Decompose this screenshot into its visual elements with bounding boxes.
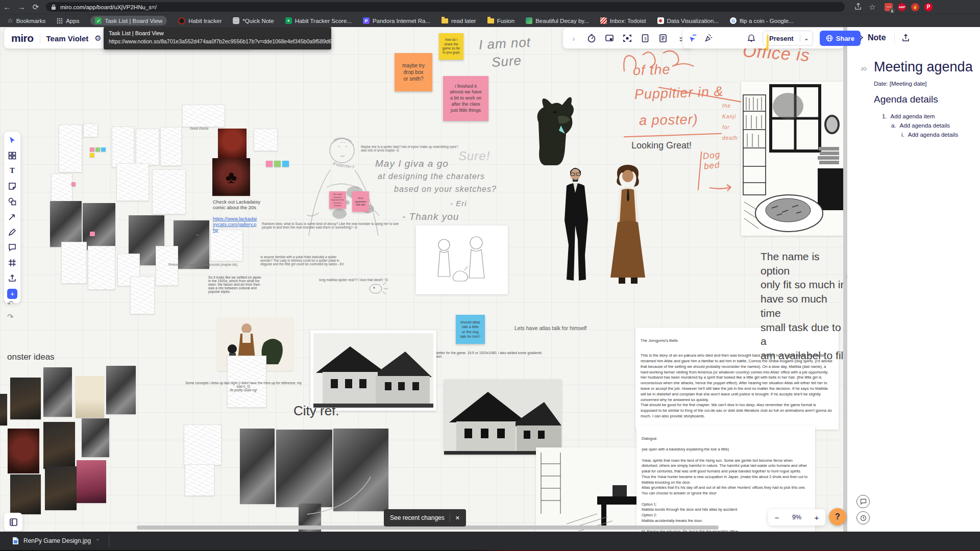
sketch-thumbnail[interactable] [254,129,278,151]
arrow-doodle[interactable]: ← [195,231,201,237]
notes-icon[interactable] [658,34,668,43]
orange-puppitier[interactable]: Puppitier in & [634,84,724,103]
sketch-thumbnail[interactable] [185,464,214,496]
pinterest-extension-icon[interactable]: P [924,3,933,11]
handwriting-eri[interactable]: - Eri [450,199,467,208]
reference-photo[interactable] [83,203,115,250]
tiny-sticky[interactable] [90,153,94,157]
sketch-thumbnail[interactable] [112,127,134,167]
select-tool-icon[interactable] [8,136,17,145]
bookmark-read-later[interactable]: read later [442,18,476,24]
agenda-item-1[interactable]: 1.Add agenda item [882,113,935,119]
toast-text[interactable]: See recent changes [390,514,445,521]
tiny-sticky[interactable] [266,161,273,167]
sketch-thumbnail[interactable] [59,124,82,172]
note-subheading[interactable]: Agenda details [874,94,938,105]
handwriting-thank-you[interactable]: - Thank you [402,211,459,222]
sketch-thumbnail[interactable] [51,173,72,204]
text-tool-icon[interactable]: T [8,166,17,176]
miro-board-canvas[interactable]: Good choice ♣ Puppiter? ← [0,27,843,533]
text-city-ref[interactable]: City ref. [293,403,339,419]
sticky-note-tool-icon[interactable] [8,182,17,191]
screen-share-icon[interactable] [605,34,614,43]
monster-artwork[interactable] [10,378,41,419]
download-item[interactable]: RenPy Game Design.jpg ⌃ [12,537,100,545]
tiny-sticky[interactable] [95,147,100,152]
red-girl-artwork[interactable] [218,129,247,158]
note-date-line[interactable]: Date: [Meeting date] [874,81,927,87]
templates-tool-icon[interactable] [8,151,17,160]
sketch-thumbnail[interactable] [83,123,98,137]
text-spider-woman[interactable]: Is anyone familiar with a yokai thats ba… [260,255,344,266]
monster-artwork[interactable] [106,366,136,414]
bookmark-fusion[interactable]: Fusion [487,18,515,24]
bookmark-habit-score[interactable]: + Habit Tracker Score... [285,17,352,24]
back-icon[interactable]: ← [0,3,14,11]
pink-lady-artwork[interactable] [77,460,106,503]
sticky-note-finished[interactable]: i finished it almost we have a bit to wo… [443,76,488,121]
text-monster-ideas[interactable]: onster ideas [7,352,55,362]
toast-close-icon[interactable]: ✕ [455,515,460,521]
bookmark-flip-coin[interactable]: G flip a coin - Google... [730,17,793,24]
sketch-thumbnail[interactable] [160,127,182,166]
monster-artwork[interactable] [82,418,109,457]
panel-resize-handle[interactable]: ⋮ [843,27,847,533]
text-art-deco[interactable]: Reference art deco for backgrounds (mayb… [168,263,237,266]
handwriting-sure-excl[interactable]: Sure! [458,149,490,163]
house-sketch-framed[interactable] [310,330,436,411]
help-button[interactable]: ? [829,508,846,525]
slides-icon[interactable]: 3 [641,34,650,43]
connector-tool-icon[interactable] [8,212,17,221]
sticky-note-dropbox[interactable]: maybe try drop box or smth? [395,53,432,91]
handwriting-may-i[interactable]: May I giva a go [375,158,449,169]
attention-frame-icon[interactable] [623,34,632,43]
bookmarks-menu[interactable]: ☆ Bookmarks [7,17,45,24]
monster-artwork[interactable] [45,466,77,510]
zoom-level[interactable]: 9% [792,514,801,521]
skeleton-print[interactable] [76,376,104,418]
reactions-icon[interactable] [704,34,713,43]
history-button[interactable] [856,511,870,524]
curve-doodle[interactable] [305,475,392,516]
agenda-item-1ai[interactable]: i.Add agenda details [901,132,958,138]
handwriting-based-on[interactable]: based on your sketches? [394,185,497,194]
reference-photo[interactable] [174,220,209,269]
sticky-note-folk-tale[interactable]: its a japanese folk tale [352,191,369,212]
lackadaisy-poster[interactable]: ♣ [212,158,250,196]
orange-kanji-note[interactable]: the Kanji for death [722,101,738,143]
user-avatar[interactable]: ⚡ [767,34,769,49]
share-button[interactable]: Share [820,31,861,46]
tiny-sticky[interactable] [101,147,106,152]
redo-icon[interactable]: ↷ [7,312,14,321]
undo-icon[interactable]: ↶ [7,299,14,308]
wardrobe-sketch[interactable] [130,277,155,314]
monster-artwork[interactable] [10,474,41,514]
caption-text[interactable]: Good choice [190,127,209,130]
monster-artwork[interactable] [43,367,72,417]
text-atlas-reply[interactable]: Lets have atlas talk for himself [514,325,586,331]
timer-icon[interactable] [587,34,596,43]
zoom-in-button[interactable]: + [814,513,819,522]
tiny-sticky[interactable] [90,147,94,152]
todoist-extension-icon[interactable]: ⋯ 1 [885,3,893,11]
frames-panel-button[interactable] [4,513,22,531]
text-lackadaisy[interactable]: Check out Lackadaisy comic about the 20s [213,199,260,210]
bookmark-data-viz[interactable]: ✱ Data Visualization... [657,17,719,24]
add-more-tools-button[interactable]: + [7,289,17,299]
upload-tool-icon[interactable] [8,273,17,283]
sticky-note-faceless-woman[interactable]: has any1 heard of legend of the faceless… [329,191,346,209]
sketch-thumbnail[interactable] [61,242,87,284]
text-concepts[interactable]: Some concepts i drew up last night (i di… [182,381,305,392]
text-random-idea[interactable]: Random idea: what is Suzu is some kind o… [262,222,399,229]
pen-tool-icon[interactable] [8,228,17,237]
orange-of-the[interactable]: of the [632,62,671,79]
fence-sketch[interactable] [182,105,225,127]
girl-portrait-sketch[interactable] [184,424,222,465]
chat-button[interactable] [856,495,870,508]
text-spider-lady[interactable]: Maybe she is a spider lady? lots of eyes… [361,145,458,152]
dog-character-drawing[interactable] [528,87,579,166]
present-dropdown-chevron[interactable]: ⌄ [800,35,813,42]
tiny-sticky[interactable] [71,182,76,186]
address-bar[interactable]: miro.com/app/board/uXjVP2HNu_s=/ [46,2,845,12]
handwriting-sure[interactable]: Sure [491,53,522,70]
